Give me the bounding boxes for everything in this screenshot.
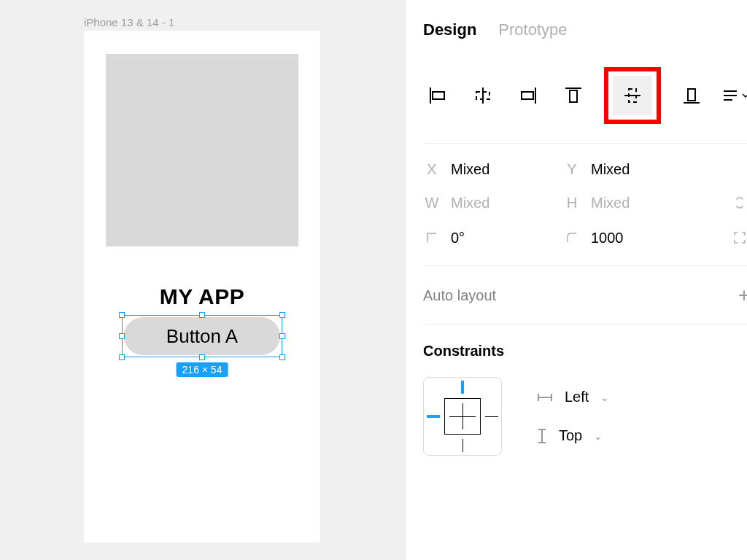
align-right-icon[interactable] — [514, 81, 543, 110]
constraint-center-v[interactable] — [462, 403, 463, 429]
align-top-icon[interactable] — [559, 81, 588, 110]
selection-size-badge: 216 × 54 — [177, 362, 228, 377]
design-panel: Design Prototype — [405, 0, 747, 560]
align-vertical-center-highlight — [604, 67, 661, 124]
svg-rect-7 — [570, 90, 577, 102]
w-input[interactable]: Mixed — [451, 195, 489, 211]
svg-rect-15 — [538, 394, 539, 401]
rotation-icon — [423, 231, 441, 244]
tab-prototype[interactable]: Prototype — [498, 20, 567, 39]
selection-bounds[interactable]: Button A — [122, 315, 282, 357]
resize-handle-mr[interactable] — [279, 333, 285, 339]
constraint-vertical-select[interactable]: Top ⌄ — [537, 427, 609, 444]
align-vertical-center-icon[interactable] — [613, 76, 652, 115]
x-input[interactable]: Mixed — [451, 161, 489, 178]
resize-handle-tr[interactable] — [279, 312, 285, 318]
chevron-down-icon — [741, 91, 747, 100]
align-horizontal-center-icon[interactable] — [468, 81, 498, 110]
x-label: X — [423, 161, 441, 178]
constrain-proportions-icon[interactable] — [729, 192, 747, 213]
auto-layout-title: Auto layout — [423, 287, 496, 304]
resize-handle-tm[interactable] — [199, 312, 205, 318]
w-label: W — [423, 195, 441, 211]
tidy-up-dropdown[interactable] — [722, 88, 747, 103]
y-input[interactable]: Mixed — [591, 161, 630, 178]
align-left-icon[interactable] — [423, 81, 452, 110]
transform-section: X Mixed Y Mixed W Mixed H Mixed — [423, 144, 747, 266]
svg-rect-4 — [535, 88, 536, 104]
horizontal-icon — [537, 392, 553, 402]
h-label: H — [563, 195, 581, 211]
alignment-row — [423, 52, 747, 144]
auto-layout-section: Auto layout + — [423, 266, 747, 325]
constraint-tick-bottom[interactable] — [462, 439, 463, 452]
svg-rect-19 — [538, 442, 546, 443]
resize-handle-ml[interactable] — [119, 333, 125, 339]
align-bottom-icon[interactable] — [677, 81, 706, 110]
rotation-input[interactable]: 0° — [451, 230, 465, 246]
vertical-icon — [537, 428, 547, 444]
svg-rect-14 — [724, 99, 732, 101]
corner-radius-input[interactable]: 1000 — [591, 230, 624, 246]
constraint-tick-left[interactable] — [427, 415, 440, 418]
constraints-widget[interactable] — [423, 377, 502, 456]
constraint-horizontal-select[interactable]: Left ⌄ — [537, 389, 609, 405]
svg-rect-6 — [565, 88, 581, 89]
svg-rect-11 — [688, 89, 695, 101]
constraint-tick-right[interactable] — [485, 416, 498, 417]
svg-rect-13 — [724, 95, 737, 96]
svg-rect-17 — [539, 397, 551, 398]
svg-rect-10 — [684, 102, 700, 104]
independent-corners-icon[interactable] — [729, 228, 747, 248]
frame-label[interactable]: iPhone 13 & 14 - 1 — [84, 16, 174, 28]
placeholder-rectangle[interactable] — [106, 54, 298, 246]
svg-rect-18 — [538, 429, 546, 430]
corner-radius-icon — [563, 231, 581, 244]
svg-rect-8 — [624, 95, 640, 96]
constraint-inner-box[interactable] — [444, 398, 481, 435]
svg-rect-0 — [430, 88, 431, 104]
constraints-section: Constraints — [423, 325, 747, 473]
resize-handle-bm[interactable] — [199, 354, 205, 360]
add-auto-layout-button[interactable]: + — [738, 284, 747, 307]
svg-rect-12 — [724, 90, 737, 92]
svg-rect-2 — [482, 88, 484, 104]
h-input[interactable]: Mixed — [591, 195, 630, 211]
canvas-area[interactable]: iPhone 13 & 14 - 1 MY APP Button A 216 ×… — [0, 0, 405, 560]
chevron-down-icon: ⌄ — [600, 392, 609, 403]
constraint-tick-top[interactable] — [461, 381, 464, 394]
artboard-frame[interactable]: MY APP Button A 216 × 54 — [84, 31, 320, 542]
y-label: Y — [563, 161, 581, 178]
svg-rect-20 — [541, 430, 543, 442]
button-a[interactable]: Button A — [124, 317, 280, 355]
resize-handle-bl[interactable] — [119, 354, 125, 360]
app-title-text[interactable]: MY APP — [84, 284, 320, 309]
svg-rect-16 — [551, 394, 552, 401]
chevron-down-icon: ⌄ — [594, 430, 603, 442]
svg-rect-1 — [433, 92, 444, 99]
resize-handle-tl[interactable] — [119, 312, 125, 318]
tab-design[interactable]: Design — [423, 20, 476, 39]
svg-rect-5 — [522, 92, 533, 99]
constraints-title: Constraints — [423, 343, 747, 359]
resize-handle-br[interactable] — [279, 354, 285, 360]
